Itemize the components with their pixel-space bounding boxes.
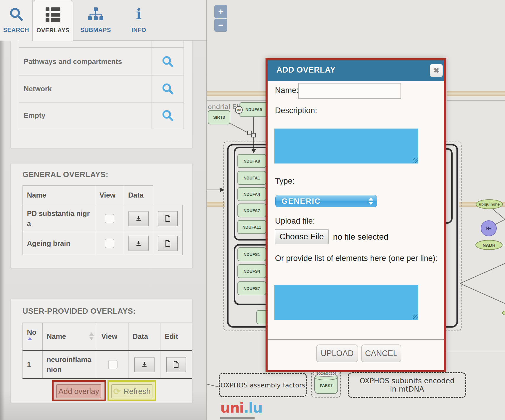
download-data-button[interactable]: [128, 211, 149, 226]
tab-overlays[interactable]: OVERLAYS: [33, 0, 73, 41]
sort-asc-icon[interactable]: [28, 337, 32, 340]
node-label: NDUFA9: [243, 159, 260, 163]
search-cell[interactable]: [152, 76, 184, 102]
sidebar-shadow: [0, 0, 5, 420]
download-data-button[interactable]: [134, 357, 155, 372]
table-header-row: Name View Data: [23, 186, 183, 205]
zoom-out-button[interactable]: −: [214, 19, 227, 32]
node-ndufs4[interactable]: NDUFS4: [237, 264, 266, 278]
node-ndufs1[interactable]: NDUFS1: [237, 247, 266, 261]
name-label: Name:: [275, 86, 299, 95]
col-no[interactable]: No: [23, 323, 43, 351]
node-ndufa4[interactable]: NDUFA4: [237, 187, 266, 201]
description-textarea[interactable]: [274, 129, 418, 163]
refresh-button[interactable]: ⟳Refresh: [111, 384, 152, 398]
cancel-button[interactable]: CANCEL: [361, 344, 401, 362]
logo-text: lu: [248, 399, 262, 416]
button-label: Refresh: [124, 387, 151, 396]
node-ndufa11[interactable]: NDUFA11: [237, 220, 266, 234]
node-ubiquinone[interactable]: ubiquinone: [476, 199, 503, 209]
col-data[interactable]: Data: [128, 323, 160, 351]
add-overlay-dialog: ADD OVERLAY ✖ Name: Description: Type: G…: [266, 58, 446, 372]
node-label: NDUFS1: [243, 252, 260, 257]
magnifier-icon[interactable]: [161, 82, 175, 96]
unilu-logo: uni.lu: [220, 399, 262, 416]
reaction-edge: [207, 384, 219, 387]
no-file-text: no file selected: [333, 232, 388, 242]
magnifier-icon[interactable]: [161, 55, 175, 68]
add-overlay-button[interactable]: Add overlay: [56, 384, 101, 398]
tab-bar: SEARCH OVERLAYS SUBMAPS i INFO: [0, 0, 206, 41]
node-h-plus[interactable]: H+: [481, 220, 497, 236]
row-label: Empty: [24, 102, 45, 129]
search-cell[interactable]: [152, 47, 184, 76]
view-checkbox[interactable]: [105, 214, 114, 223]
sort-icon[interactable]: [89, 332, 94, 340]
overlays-icon: [33, 6, 73, 23]
dialog-header[interactable]: ADD OVERLAY ✖: [268, 60, 444, 81]
resize-grip[interactable]: [413, 315, 418, 319]
choose-file-button[interactable]: Choose File: [275, 229, 329, 244]
download-data-button[interactable]: [128, 236, 149, 251]
edit-overlay-button[interactable]: [166, 357, 186, 372]
node-ndufa9-sub[interactable]: NDUFA9: [237, 154, 266, 168]
col-view[interactable]: View: [95, 186, 124, 205]
refresh-icon: ⟳: [113, 386, 120, 397]
view-source-button[interactable]: [158, 236, 178, 251]
search-cell[interactable]: [152, 102, 184, 129]
tab-search[interactable]: SEARCH: [0, 0, 33, 41]
submaps-icon: [74, 5, 117, 23]
row-network[interactable]: Network: [19, 76, 184, 102]
node-ndufa7[interactable]: NDUFA7: [237, 203, 266, 217]
table-row: Ageing brain: [23, 232, 183, 255]
oxphos-assembly-label: OXPHOS assembly factors: [219, 373, 307, 397]
tab-label: INFO: [118, 27, 160, 33]
node-ndufa9[interactable]: NDUFA9: [239, 102, 268, 117]
row-empty[interactable]: Empty: [19, 102, 184, 129]
refresh-annotation: ⟳Refresh: [107, 380, 156, 401]
type-select[interactable]: GENERIC: [275, 195, 377, 207]
node-label: PARK7: [320, 383, 332, 388]
element-list-textarea[interactable]: [274, 285, 418, 320]
logo-underline: [220, 417, 255, 419]
node-ndufs7[interactable]: NDUFS7: [237, 281, 266, 295]
oxphos-mtdna-label: OXPHOS subunits encoded in mtDNA: [348, 372, 466, 398]
description-label: Description:: [275, 106, 317, 115]
file-icon: [165, 215, 171, 222]
node-label: NADH: [483, 243, 495, 248]
view-checkbox[interactable]: [105, 239, 114, 248]
col-data[interactable]: Data: [124, 186, 153, 205]
tab-submaps[interactable]: SUBMAPS: [74, 0, 117, 41]
col-label: No: [27, 328, 36, 336]
zoom-in-button[interactable]: +: [214, 5, 227, 18]
search-icon: [0, 5, 32, 23]
name-input[interactable]: [298, 83, 401, 99]
close-button[interactable]: ✖: [430, 64, 443, 77]
node-nadh[interactable]: NADH: [475, 240, 503, 250]
col-name[interactable]: Name: [23, 186, 95, 205]
col-name[interactable]: Name: [42, 323, 97, 351]
node-label: NDUFA11: [242, 225, 261, 230]
resize-grip[interactable]: [413, 158, 418, 163]
col-view[interactable]: View: [97, 323, 128, 351]
compartment-line: [207, 100, 266, 101]
row-pathways-compartments[interactable]: Pathways and compartments: [19, 47, 184, 76]
view-source-button[interactable]: [158, 211, 178, 226]
upload-button[interactable]: UPLOAD: [316, 344, 358, 362]
col-edit[interactable]: Edit: [160, 323, 192, 351]
reaction-edge: [492, 209, 505, 220]
node-ndufa1[interactable]: NDUFA1: [237, 171, 266, 185]
compartment-line: [447, 100, 505, 101]
view-checkbox[interactable]: [108, 360, 118, 369]
close-icon: ✖: [433, 66, 439, 75]
button-label: UPLOAD: [321, 349, 353, 358]
tab-info[interactable]: i INFO: [118, 0, 160, 41]
node-sirt3[interactable]: SIRT3: [208, 110, 230, 124]
sidebar: SEARCH OVERLAYS SUBMAPS i INFO: [0, 0, 206, 420]
magnifier-icon[interactable]: [161, 109, 175, 122]
tab-label: OVERLAYS: [33, 27, 73, 34]
logo-text: .: [244, 399, 248, 416]
user-overlays-title: USER-PROVIDED OVERLAYS:: [22, 307, 136, 316]
compartment-label: OXPHOS assembly factors: [221, 381, 305, 389]
node-label: NDUFA7: [243, 208, 260, 213]
